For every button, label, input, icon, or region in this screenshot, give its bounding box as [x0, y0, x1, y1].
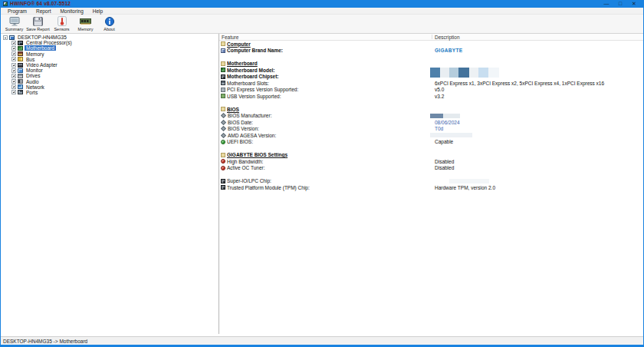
- spacer-row: [219, 100, 643, 107]
- section-icon: [221, 153, 225, 157]
- computer-icon: [9, 35, 15, 40]
- pci-icon: [221, 88, 225, 92]
- feature-label: PCI Express Version Supported:: [227, 87, 298, 92]
- table-row[interactable]: Computer Brand Name: GIGABYTE: [219, 48, 643, 55]
- bus-icon: [18, 57, 23, 61]
- tree-item-label: Central Processor(s): [25, 40, 74, 45]
- table-row[interactable]: USB Version Supported: v3.2: [219, 93, 643, 100]
- redacted-value: [430, 114, 460, 118]
- sensors-button[interactable]: Sensors: [50, 15, 74, 33]
- section-label: BIOS: [227, 107, 239, 112]
- table-row[interactable]: Trusted Platform Module (TPM) Chip: Hard…: [219, 184, 643, 191]
- floppy-icon: [32, 16, 44, 26]
- chip-icon: [221, 179, 225, 183]
- tree-root-computer[interactable]: DESKTOP-HN4MG35: [1, 35, 219, 40]
- bios-icon: [221, 113, 226, 118]
- maximize-icon[interactable]: □: [613, 0, 627, 8]
- bios-icon: [221, 126, 226, 131]
- menu-program[interactable]: Program: [3, 8, 31, 15]
- tree-item-bus[interactable]: Bus: [1, 57, 219, 62]
- tree-item-motherboard[interactable]: Motherboard: [1, 45, 219, 51]
- expand-icon[interactable]: [12, 68, 16, 73]
- description-value: Capable: [435, 139, 453, 146]
- section-row-motherboard[interactable]: Motherboard: [219, 61, 643, 68]
- expand-icon[interactable]: [12, 51, 16, 56]
- tree-item-drives[interactable]: Drives: [1, 73, 219, 78]
- tree-item-monitor[interactable]: Monitor: [1, 68, 219, 73]
- tree-item-memory[interactable]: Memory: [1, 51, 219, 57]
- table-row[interactable]: Motherboard Slots: 6xPCI Express x1, 3xP…: [219, 80, 643, 87]
- tree-item-video-adapter[interactable]: Video Adapter: [1, 62, 219, 68]
- table-row[interactable]: BIOS Version: T0d: [219, 126, 643, 133]
- spacer-row: [219, 54, 643, 61]
- memory-button[interactable]: Memory: [74, 15, 97, 33]
- tree-item-label: Memory: [25, 51, 45, 57]
- section-label: Computer: [227, 41, 251, 47]
- ports-icon: [18, 90, 23, 94]
- description-value: Hardware TPM, version 2.0: [435, 184, 495, 191]
- feature-label: Active OC Tuner:: [227, 165, 265, 170]
- tree-item-label: Drives: [25, 73, 41, 78]
- section-row-bios[interactable]: BIOS: [219, 106, 643, 113]
- expand-icon[interactable]: [12, 90, 16, 94]
- toolbar-button-label: Summary: [5, 27, 24, 31]
- column-header-feature[interactable]: Feature: [222, 35, 238, 40]
- table-row[interactable]: Motherboard Model:: [219, 67, 643, 74]
- feature-label: High Bandwidth:: [227, 159, 263, 164]
- column-header-description[interactable]: Description: [435, 35, 460, 40]
- menu-help[interactable]: Help: [88, 8, 107, 15]
- motherboard-icon: [18, 46, 23, 51]
- expand-icon[interactable]: [12, 74, 16, 78]
- tree-item-label: Audio: [25, 79, 41, 84]
- close-icon[interactable]: ✕: [627, 0, 641, 8]
- app-window: HWiNFO® 64 v8.07-5512 — □ ✕ Program Repo…: [0, 0, 644, 347]
- section-label: GIGABYTE BIOS Settings: [227, 152, 288, 157]
- tree-item-central-processors[interactable]: Central Processor(s): [1, 40, 219, 45]
- main-area: DESKTOP-HN4MG35 Central Processor(s) Mot…: [1, 34, 643, 334]
- section-row-gigabyte-bios-settings[interactable]: GIGABYTE BIOS Settings: [219, 152, 643, 159]
- menu-monitoring[interactable]: Monitoring: [55, 8, 87, 15]
- tree-item-audio[interactable]: Audio: [1, 79, 219, 84]
- summary-button[interactable]: Summary: [2, 15, 26, 33]
- column-divider[interactable]: [432, 35, 432, 39]
- section-icon: [221, 107, 225, 111]
- tree-item-network[interactable]: Network: [1, 84, 219, 90]
- tree-item-label: Bus: [25, 57, 36, 62]
- table-row[interactable]: Active OC Tuner: Disabled: [219, 165, 643, 172]
- table-row[interactable]: Super-IO/LPC Chip:: [219, 178, 643, 185]
- expand-icon[interactable]: [12, 46, 16, 51]
- expand-icon[interactable]: [12, 41, 16, 45]
- tree-item-ports[interactable]: Ports: [1, 90, 219, 95]
- table-row[interactable]: High Bandwidth: Disabled: [219, 158, 643, 165]
- tree-item-label: Ports: [25, 90, 39, 95]
- feature-label: Computer Brand Name:: [227, 48, 283, 53]
- minimize-icon[interactable]: —: [600, 0, 613, 8]
- menu-report[interactable]: Report: [31, 8, 56, 15]
- feature-label: BIOS Version:: [228, 126, 259, 131]
- feature-label: Motherboard Slots:: [227, 81, 269, 86]
- window-title: HWiNFO® 64 v8.07-5512: [10, 0, 71, 8]
- about-button[interactable]: About: [97, 15, 121, 33]
- table-row[interactable]: UEFI BIOS: Capable: [219, 139, 643, 146]
- save-report-button[interactable]: Save Report: [26, 15, 50, 33]
- table-row[interactable]: BIOS Manufacturer:: [219, 113, 643, 120]
- table-row[interactable]: PCI Express Version Supported: v5.0: [219, 87, 643, 94]
- table-row[interactable]: BIOS Date: 08/06/2024: [219, 119, 643, 126]
- thermometer-icon: [56, 16, 67, 26]
- description-value: 08/06/2024: [435, 119, 460, 126]
- section-row-computer[interactable]: Computer: [219, 41, 643, 48]
- expand-icon[interactable]: [12, 57, 16, 61]
- collapse-icon[interactable]: [3, 35, 8, 40]
- network-icon: [18, 84, 23, 89]
- check-icon: [221, 140, 225, 144]
- detail-list-header: Feature Description: [219, 34, 643, 41]
- spacer-row: [219, 171, 643, 178]
- toolbar-button-label: Memory: [78, 27, 94, 31]
- section-icon: [221, 61, 225, 66]
- expand-icon[interactable]: [12, 63, 16, 68]
- status-text: DESKTOP-HN4MG35 -> Motherboard: [3, 339, 87, 344]
- table-row[interactable]: AMD AGESA Version:: [219, 132, 643, 139]
- expand-icon[interactable]: [12, 84, 16, 89]
- expand-icon[interactable]: [12, 79, 16, 84]
- feature-label: BIOS Manufacturer:: [228, 113, 271, 118]
